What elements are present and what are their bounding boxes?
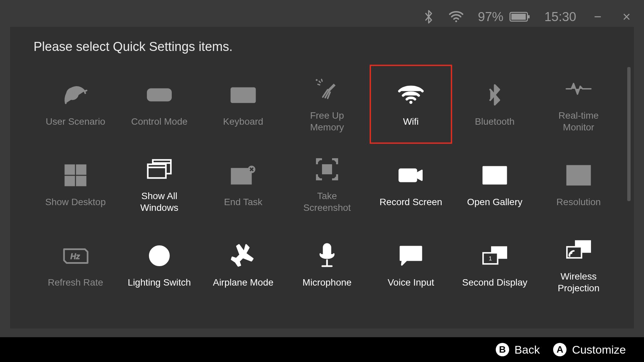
- show-desktop-icon: [62, 162, 89, 189]
- keyboard-icon: [230, 81, 257, 108]
- svg-rect-2: [511, 14, 526, 20]
- tile-label: Airplane Mode: [213, 277, 274, 288]
- tile-label: Real-time Monitor: [545, 110, 612, 133]
- tile-wireless-projection[interactable]: Wireless Projection: [537, 226, 620, 305]
- record-screen-icon: [397, 162, 424, 189]
- take-screenshot-icon: [314, 156, 340, 183]
- svg-point-25: [409, 101, 412, 104]
- tile-second-display[interactable]: 2 1 Second Display: [453, 226, 536, 305]
- open-gallery-icon: [481, 162, 508, 189]
- tile-control-mode[interactable]: Control Mode: [118, 65, 201, 144]
- battery-icon: [509, 11, 530, 22]
- svg-rect-3: [528, 15, 530, 18]
- svg-point-12: [168, 94, 169, 96]
- tile-take-screenshot[interactable]: Take Screenshot: [286, 145, 368, 224]
- svg-rect-41: [483, 167, 506, 184]
- scrollbar[interactable]: [627, 67, 631, 282]
- scrollbar-thumb[interactable]: [627, 67, 631, 201]
- lighting-switch-icon: [146, 242, 173, 269]
- svg-rect-10: [153, 91, 166, 99]
- svg-point-60: [414, 252, 416, 254]
- tile-label: End Task: [224, 196, 263, 208]
- tile-label: Record Screen: [380, 196, 442, 208]
- svg-text:1: 1: [489, 255, 492, 261]
- tile-microphone[interactable]: Microphone: [286, 226, 368, 305]
- svg-rect-40: [399, 169, 416, 181]
- command-bar: B Back A Customize: [0, 337, 644, 362]
- show-all-windows-icon: [146, 156, 173, 183]
- free-up-memory-icon: [314, 75, 340, 102]
- battery-percent-text: 97%: [478, 10, 503, 24]
- tile-user-scenario[interactable]: AI User Scenario: [34, 65, 117, 144]
- end-task-icon: [230, 162, 257, 189]
- bluetooth-icon: [423, 9, 434, 24]
- tile-voice-input[interactable]: Voice Input: [370, 226, 452, 305]
- tile-label: Open Gallery: [467, 196, 523, 208]
- tile-real-time-monitor[interactable]: Real-time Monitor: [537, 65, 620, 144]
- battery-indicator: 97%: [478, 10, 530, 24]
- panel-title: Please select Quick Settings items.: [34, 40, 621, 54]
- tile-end-task[interactable]: End Task: [202, 145, 284, 224]
- tile-show-all-windows[interactable]: Show All Windows: [118, 145, 201, 224]
- svg-rect-39: [323, 165, 331, 173]
- wifi-icon: [397, 81, 424, 108]
- cmd-back[interactable]: B Back: [496, 343, 540, 356]
- tile-show-desktop[interactable]: Show Desktop: [34, 145, 117, 224]
- tile-grid: AI User Scenario Control Mode: [34, 64, 621, 323]
- tile-label: Wireless Projection: [545, 270, 612, 294]
- refresh-rate-icon: Hz: [62, 242, 89, 269]
- microphone-icon: [314, 242, 340, 269]
- svg-text:Hz: Hz: [70, 252, 80, 260]
- tile-label: Take Screenshot: [293, 190, 361, 214]
- cmd-back-label: Back: [515, 343, 540, 356]
- close-button[interactable]: [619, 9, 634, 24]
- svg-rect-26: [65, 165, 74, 174]
- b-button-glyph: B: [496, 343, 509, 356]
- minimize-button[interactable]: [590, 9, 605, 24]
- svg-point-67: [569, 255, 570, 257]
- resolution-icon: [565, 162, 592, 189]
- tile-label: Show Desktop: [45, 196, 106, 208]
- tile-keyboard[interactable]: Keyboard: [202, 65, 284, 144]
- svg-point-59: [410, 252, 412, 254]
- tile-refresh-rate[interactable]: Hz Refresh Rate: [34, 226, 117, 305]
- bluetooth-tile-icon: [481, 81, 508, 108]
- tile-label: Free Up Memory: [293, 110, 361, 133]
- airplane-mode-icon: [230, 242, 257, 269]
- svg-point-46: [155, 251, 164, 260]
- tile-label: Bluetooth: [475, 116, 515, 127]
- a-button-glyph: A: [553, 343, 567, 356]
- svg-rect-32: [148, 164, 166, 178]
- tile-airplane-mode[interactable]: Airplane Mode: [202, 226, 284, 305]
- svg-point-42: [488, 171, 491, 174]
- svg-point-0: [455, 20, 457, 22]
- tile-label: Resolution: [556, 196, 601, 208]
- svg-rect-27: [77, 165, 86, 174]
- tile-resolution[interactable]: Resolution: [537, 145, 620, 224]
- tile-label: Lighting Switch: [128, 277, 191, 288]
- tile-wifi[interactable]: Wifi: [370, 65, 452, 144]
- tile-bluetooth[interactable]: Bluetooth: [453, 65, 536, 144]
- tile-label: Microphone: [303, 277, 352, 288]
- svg-point-58: [406, 252, 409, 254]
- svg-point-11: [149, 94, 151, 96]
- tile-label: Wifi: [403, 116, 419, 127]
- tile-record-screen[interactable]: Record Screen: [370, 145, 452, 224]
- real-time-monitor-icon: [565, 75, 592, 102]
- tile-open-gallery[interactable]: Open Gallery: [453, 145, 536, 224]
- wifi-status-icon: [448, 11, 464, 23]
- quick-settings-panel: Please select Quick Settings items. AI U…: [10, 27, 634, 328]
- user-scenario-icon: AI: [62, 81, 89, 108]
- tile-label: Show All Windows: [126, 190, 193, 214]
- cmd-customize[interactable]: A Customize: [553, 343, 626, 356]
- voice-input-icon: [397, 242, 424, 269]
- tile-free-up-memory[interactable]: Free Up Memory: [286, 65, 368, 144]
- control-mode-icon: [146, 81, 173, 108]
- tile-label: Voice Input: [388, 277, 434, 288]
- tile-lighting-switch[interactable]: Lighting Switch: [118, 226, 201, 305]
- tile-label: Second Display: [462, 277, 528, 288]
- svg-rect-29: [77, 177, 86, 185]
- tile-label: Refresh Rate: [48, 277, 103, 288]
- tile-label: Keyboard: [223, 116, 263, 127]
- tile-label: User Scenario: [46, 116, 105, 127]
